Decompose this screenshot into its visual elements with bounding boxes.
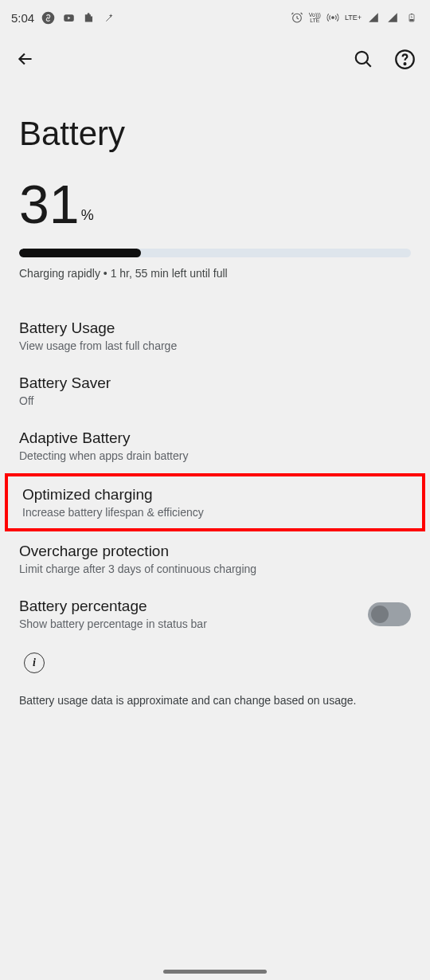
adaptive-battery-sub: Detecting when apps drain battery [19, 449, 411, 462]
battery-usage-item[interactable]: Battery Usage View usage from last full … [0, 308, 430, 363]
page-title: Battery [0, 83, 430, 177]
extension-icon [82, 10, 96, 25]
optimized-charging-sub: Increase battery lifespan & efficiency [22, 506, 408, 519]
overcharge-protection-item[interactable]: Overcharge protection Limit charge after… [0, 531, 430, 586]
adaptive-battery-item[interactable]: Adaptive Battery Detecting when apps dra… [0, 418, 430, 473]
shazam-icon [41, 10, 55, 25]
settings-list: Battery Usage View usage from last full … [0, 308, 430, 724]
battery-percent-value: 31 [19, 177, 80, 231]
info-icon: i [24, 653, 45, 673]
battery-saver-item[interactable]: Battery Saver Off [0, 363, 430, 418]
signal-icon-2 [385, 10, 400, 25]
help-button[interactable] [393, 48, 416, 70]
optimized-charging-item[interactable]: Optimized charging Increase battery life… [5, 473, 425, 531]
svg-rect-5 [411, 14, 412, 14]
battery-percentage-toggle[interactable] [368, 602, 411, 626]
status-bar: 5:04 Vo))) LTE LTE+ [0, 0, 430, 35]
network-type: LTE+ [345, 14, 362, 21]
battery-percent-block: 31 % [0, 177, 430, 239]
battery-percentage-title: Battery percentage [19, 598, 368, 615]
svg-point-3 [332, 17, 334, 19]
status-bar-right: Vo))) LTE LTE+ [290, 10, 419, 25]
overcharge-sub: Limit charge after 3 days of continuous … [19, 563, 411, 575]
adaptive-battery-title: Adaptive Battery [19, 429, 411, 447]
battery-usage-sub: View usage from last full charge [19, 339, 411, 352]
hotspot-icon [326, 10, 340, 25]
battery-percentage-item[interactable]: Battery percentage Show battery percenta… [0, 586, 430, 641]
battery-usage-title: Battery Usage [19, 319, 411, 337]
battery-saver-title: Battery Saver [19, 374, 411, 392]
disclaimer-text: Battery usage data is approximate and ca… [0, 676, 430, 724]
nav-handle[interactable] [163, 970, 267, 974]
svg-point-0 [41, 11, 54, 24]
optimized-charging-title: Optimized charging [22, 486, 408, 504]
info-row: i [0, 641, 430, 676]
youtube-icon [61, 10, 76, 25]
toggle-knob [371, 606, 389, 623]
toolbar [0, 35, 430, 83]
signal-icon-1 [366, 10, 381, 25]
back-button[interactable] [14, 48, 37, 70]
percent-sign: % [81, 207, 94, 224]
status-time: 5:04 [11, 11, 34, 25]
svg-rect-6 [410, 19, 414, 22]
battery-progress-bar [19, 249, 411, 257]
alarm-icon [290, 10, 304, 25]
battery-percentage-sub: Show battery percentage in status bar [19, 617, 368, 630]
volte-indicator: Vo))) LTE [309, 12, 321, 23]
overcharge-title: Overcharge protection [19, 543, 411, 560]
svg-point-9 [404, 63, 405, 65]
search-button[interactable] [352, 48, 374, 70]
battery-saver-sub: Off [19, 394, 411, 407]
battery-status-icon [405, 10, 419, 25]
status-bar-left: 5:04 [11, 10, 117, 25]
battery-progress-fill [19, 249, 141, 257]
charging-status: Charging rapidly • 1 hr, 55 min left unt… [0, 264, 430, 280]
wand-icon [103, 10, 117, 25]
svg-point-7 [356, 52, 368, 64]
